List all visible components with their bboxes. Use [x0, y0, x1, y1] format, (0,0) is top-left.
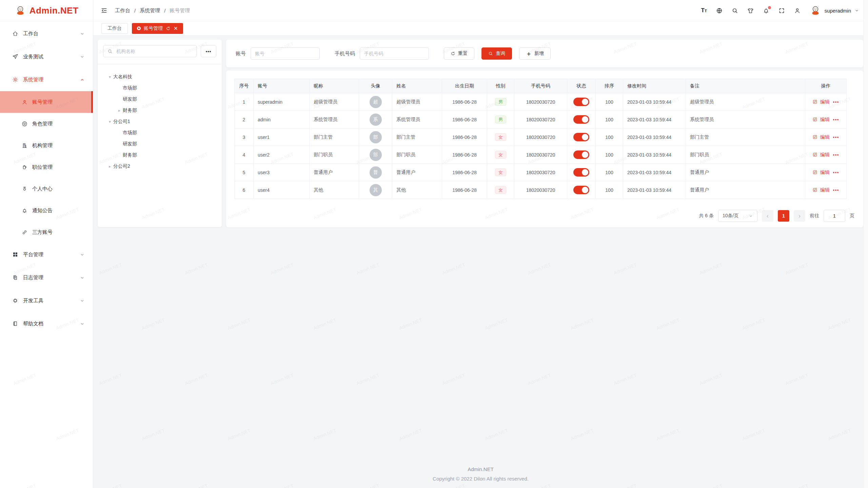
chevron-down-icon	[80, 252, 85, 257]
row-avatar: 系	[370, 114, 382, 126]
caret-down-icon[interactable]: ▾	[106, 75, 113, 79]
sidebar-subitem-profile[interactable]: 个人中心	[0, 178, 93, 200]
column-header: 修改时间	[623, 79, 686, 93]
tree-node[interactable]: 财务部	[103, 149, 216, 161]
status-toggle[interactable]	[573, 186, 589, 194]
caret-right-icon[interactable]: ▸	[116, 108, 123, 113]
tree-node[interactable]: 研发部	[103, 138, 216, 149]
edit-button[interactable]: 编辑	[812, 169, 830, 176]
status-toggle[interactable]	[573, 150, 589, 159]
language-icon[interactable]	[716, 7, 723, 14]
sidebar-item-home[interactable]: 工作台	[0, 22, 93, 45]
org-name-field[interactable]	[116, 48, 192, 54]
edit-button[interactable]: 编辑	[812, 187, 830, 193]
tree-node[interactable]: 研发部	[103, 94, 216, 105]
goto-page-input[interactable]	[824, 210, 845, 222]
plus-icon: ＋	[526, 51, 532, 57]
account-input[interactable]	[251, 47, 320, 60]
sidebar-subitem-label: 账号管理	[32, 99, 93, 105]
user-menu[interactable]: superadmin	[810, 5, 859, 16]
nickname-cell: 超级管理员	[310, 93, 359, 111]
tab-account-management[interactable]: 账号管理 ✕	[132, 23, 183, 34]
phone-input[interactable]	[360, 47, 429, 60]
org-search-input[interactable]	[103, 45, 197, 57]
column-header: 操作	[805, 79, 847, 93]
more-actions-button[interactable]: •••	[833, 170, 840, 175]
tree-node[interactable]: 市场部	[103, 127, 216, 138]
edit-icon	[812, 152, 817, 157]
sidebar-item-cpu[interactable]: 开发工具	[0, 289, 93, 312]
avatar	[810, 5, 821, 16]
modified-cell: 2023-01-03 10:59:44	[623, 181, 686, 199]
sidebar-item-send[interactable]: 业务测试	[0, 45, 93, 68]
search-icon[interactable]	[732, 7, 738, 14]
tree-more-button[interactable]: •••	[201, 45, 216, 57]
more-actions-button[interactable]: •••	[833, 117, 840, 122]
tree-node[interactable]: ▾分公司1	[103, 116, 216, 127]
query-button[interactable]: 查询	[481, 47, 512, 60]
status-toggle[interactable]	[573, 133, 589, 141]
breadcrumb-item[interactable]: 工作台	[115, 7, 130, 14]
refresh-icon[interactable]	[166, 26, 171, 31]
add-button[interactable]: ＋ 新增	[519, 47, 551, 60]
tab-workbench[interactable]: 工作台	[101, 23, 128, 34]
caret-down-icon[interactable]: ▾	[106, 119, 113, 124]
status-toggle[interactable]	[573, 115, 589, 124]
sidebar-subitem-link[interactable]: 三方账号	[0, 221, 93, 243]
sidebar-item-docs[interactable]: 帮助文档	[0, 312, 93, 335]
sidebar-subitem-bell[interactable]: 通知公告	[0, 200, 93, 221]
edit-button[interactable]: 编辑	[812, 134, 830, 140]
row-avatar: 部	[370, 131, 382, 143]
next-page-button[interactable]: ›	[794, 210, 805, 222]
remark-cell: 部门职员	[686, 146, 805, 164]
status-toggle[interactable]	[573, 98, 589, 106]
font-size-icon[interactable]: TT	[701, 7, 707, 14]
edit-button[interactable]: 编辑	[812, 152, 830, 158]
org-search-row: •••	[103, 45, 216, 57]
more-actions-button[interactable]: •••	[833, 152, 840, 157]
close-icon[interactable]: ✕	[174, 26, 178, 31]
current-page[interactable]: 1	[778, 210, 789, 222]
tree-node[interactable]: ▾大名科技	[103, 71, 216, 82]
edit-button[interactable]: 编辑	[812, 117, 830, 123]
sidebar-subitem-label: 通知公告	[32, 207, 93, 214]
tree-node[interactable]: 市场部	[103, 82, 216, 94]
caret-right-icon[interactable]: ▸	[106, 164, 113, 169]
breadcrumb-item[interactable]: 系统管理	[140, 7, 160, 14]
reset-button[interactable]: 重置	[444, 47, 474, 60]
filter-bar: 账号 手机号码 重置	[226, 40, 863, 67]
remark-cell: 普通用户	[686, 181, 805, 199]
nickname-cell: 其他	[310, 181, 359, 199]
sidebar-subitem-user[interactable]: 账号管理	[0, 91, 93, 113]
tree-node[interactable]: ▸财务部	[103, 105, 216, 116]
more-actions-button[interactable]: •••	[833, 135, 840, 140]
collapse-sidebar-icon[interactable]	[101, 7, 107, 14]
more-actions-button[interactable]: •••	[833, 100, 840, 104]
table-row: 4user2部门职员部部门职员1986-06-28女18020030720100…	[235, 146, 847, 164]
sidebar-item-logs[interactable]: 日志管理	[0, 266, 93, 289]
column-header: 排序	[596, 79, 623, 93]
row-avatar: 其	[370, 184, 382, 196]
status-toggle[interactable]	[573, 168, 589, 177]
sidebar-item-gear[interactable]: 系统管理	[0, 68, 93, 91]
sidebar-subitem-position[interactable]: 职位管理	[0, 156, 93, 178]
column-header: 性别	[487, 79, 514, 93]
page-size-select[interactable]: 10条/页	[718, 210, 757, 222]
theme-icon[interactable]	[747, 7, 754, 14]
edit-icon	[812, 99, 817, 104]
prev-page-button[interactable]: ‹	[762, 210, 773, 222]
sidebar-subitem-role[interactable]: 角色管理	[0, 113, 93, 135]
profile-icon[interactable]	[794, 7, 801, 14]
tree-node[interactable]: ▸分公司2	[103, 161, 216, 172]
page-scrollbar[interactable]	[863, 0, 868, 488]
fullscreen-icon[interactable]	[778, 7, 785, 14]
notification-icon[interactable]	[763, 7, 769, 14]
edit-button[interactable]: 编辑	[812, 99, 830, 105]
sidebar-item-label: 系统管理	[23, 77, 80, 83]
sidebar-subitem-org[interactable]: 机构管理	[0, 135, 93, 156]
more-actions-button[interactable]: •••	[833, 188, 840, 192]
sidebar-item-grid[interactable]: 平台管理	[0, 243, 93, 266]
topbar-actions: TT	[701, 5, 859, 16]
avatar-cell: 部	[359, 128, 392, 146]
sidebar-item-label: 业务测试	[23, 54, 80, 60]
